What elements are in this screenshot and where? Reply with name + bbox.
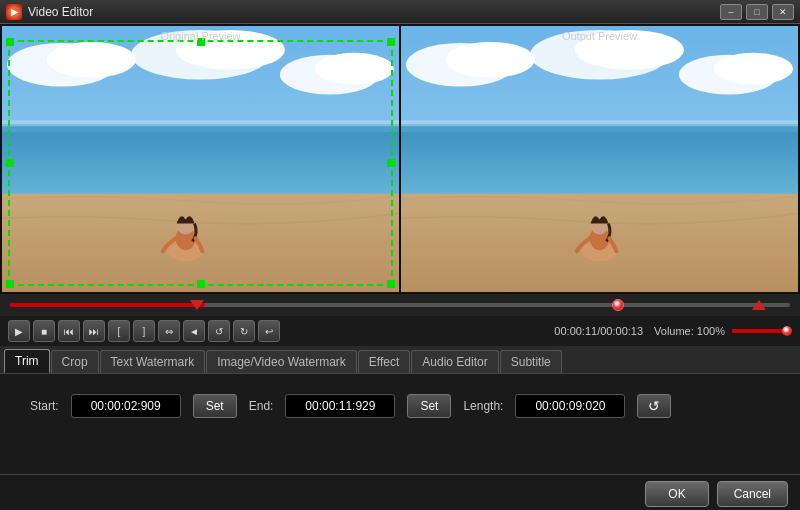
- tabs-area: Trim Crop Text Watermark Image/Video Wat…: [0, 346, 800, 374]
- set-start-button[interactable]: Set: [193, 394, 237, 418]
- end-label: End:: [249, 399, 274, 413]
- title-bar: ▶ Video Editor – □ ✕: [0, 0, 800, 24]
- original-preview-panel: Original Preview: [2, 26, 399, 292]
- app-title: Video Editor: [28, 5, 720, 19]
- cancel-button[interactable]: Cancel: [717, 481, 788, 507]
- length-label: Length:: [463, 399, 503, 413]
- original-video-area: [2, 26, 399, 292]
- trim-row: Start: Set End: Set Length: 00:00:09:020…: [30, 394, 770, 418]
- original-preview-label: Original Preview: [160, 30, 240, 42]
- length-display: 00:00:09:020: [515, 394, 625, 418]
- timeline-bar[interactable]: [10, 303, 790, 307]
- window-controls: – □ ✕: [720, 4, 794, 20]
- set-end-button[interactable]: Set: [407, 394, 451, 418]
- tab-audio-editor[interactable]: Audio Editor: [411, 350, 498, 373]
- timeline-thumb-left[interactable]: [190, 300, 204, 310]
- svg-rect-21: [401, 124, 798, 203]
- tab-effect[interactable]: Effect: [358, 350, 410, 373]
- close-button[interactable]: ✕: [772, 4, 794, 20]
- tab-text-watermark[interactable]: Text Watermark: [100, 350, 206, 373]
- trim-panel: Start: Set End: Set Length: 00:00:09:020…: [0, 374, 800, 474]
- timeline-knob[interactable]: [612, 299, 624, 311]
- svg-rect-7: [2, 124, 399, 203]
- svg-point-2: [47, 42, 136, 78]
- volume-label: Volume: 100%: [654, 325, 725, 337]
- step-forward-button[interactable]: ⏭: [83, 320, 105, 342]
- tab-image-video-watermark[interactable]: Image/Video Watermark: [206, 350, 357, 373]
- maximize-button[interactable]: □: [746, 4, 768, 20]
- volume-slider[interactable]: [732, 329, 792, 333]
- bottom-bar: OK Cancel: [0, 474, 800, 510]
- play-button[interactable]: ▶: [8, 320, 30, 342]
- output-preview-label: Output Preview: [562, 30, 637, 42]
- minimize-button[interactable]: –: [720, 4, 742, 20]
- volume-fill: [732, 329, 783, 333]
- start-label: Start:: [30, 399, 59, 413]
- tab-subtitle[interactable]: Subtitle: [500, 350, 562, 373]
- step-back-button[interactable]: ⏮: [58, 320, 80, 342]
- reset-button[interactable]: ↺: [637, 394, 671, 418]
- tab-trim[interactable]: Trim: [4, 349, 50, 373]
- volume-knob: [782, 326, 792, 336]
- output-preview-panel: Output Preview: [401, 26, 798, 292]
- stop-button[interactable]: ■: [33, 320, 55, 342]
- svg-point-16: [446, 42, 535, 78]
- rotate-left-button[interactable]: ↺: [208, 320, 230, 342]
- flip-v-button[interactable]: ◄: [183, 320, 205, 342]
- svg-point-6: [315, 53, 394, 85]
- app-icon: ▶: [6, 4, 22, 20]
- timeline-area: [0, 294, 800, 316]
- start-input[interactable]: [71, 394, 181, 418]
- preview-area: Original Preview: [0, 24, 800, 294]
- undo-button[interactable]: ↩: [258, 320, 280, 342]
- rotate-right-button[interactable]: ↻: [233, 320, 255, 342]
- flip-h-button[interactable]: ⇔: [158, 320, 180, 342]
- tab-crop[interactable]: Crop: [51, 350, 99, 373]
- svg-point-20: [714, 53, 793, 85]
- output-video-area: [401, 26, 798, 292]
- timeline-progress: [10, 303, 205, 307]
- transport-area: ▶ ■ ⏮ ⏭ [ ] ⇔ ◄ ↺ ↻ ↩ 00:00:11/00:00:13 …: [0, 316, 800, 346]
- mark-out-button[interactable]: ]: [133, 320, 155, 342]
- mark-in-button[interactable]: [: [108, 320, 130, 342]
- svg-rect-9: [2, 120, 399, 126]
- svg-rect-23: [401, 120, 798, 126]
- ok-button[interactable]: OK: [645, 481, 708, 507]
- timeline-thumb-right[interactable]: [752, 300, 766, 310]
- time-display: 00:00:11/00:00:13: [554, 325, 643, 337]
- end-input[interactable]: [285, 394, 395, 418]
